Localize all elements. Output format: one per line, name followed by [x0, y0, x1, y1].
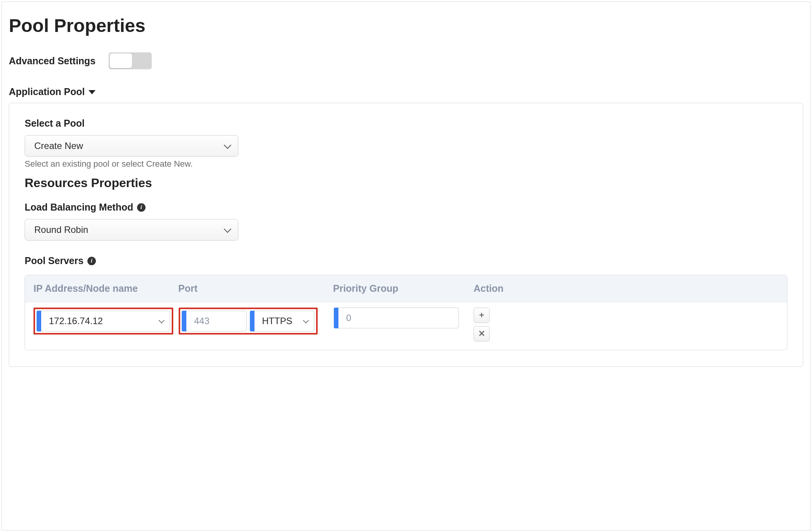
pool-servers-label-text: Pool Servers [25, 255, 84, 266]
priority-group-field[interactable]: 0 [334, 308, 459, 328]
select-pool-label-text: Select a Pool [25, 118, 85, 129]
chevron-down-icon [224, 141, 231, 149]
select-pool-help: Select an existing pool or select Create… [25, 159, 787, 169]
accent-bar [182, 311, 186, 331]
table-row: 172.16.74.12 443 [25, 302, 787, 350]
advanced-settings-label: Advanced Settings [9, 55, 95, 67]
port-number-field[interactable]: 443 [182, 311, 247, 331]
page-title: Pool Properties [9, 15, 803, 36]
lb-method-label-text: Load Balancing Method [25, 202, 133, 213]
ip-address-field[interactable]: 172.16.74.12 [37, 311, 170, 331]
lb-method-value: Round Robin [34, 224, 88, 235]
port-name-dropdown[interactable]: HTTPS [250, 311, 315, 331]
chevron-down-icon [224, 225, 231, 233]
highlight-box-port: 443 HTTPS [179, 308, 318, 335]
chevron-down-icon [159, 318, 165, 324]
plus-icon: + [479, 310, 484, 320]
advanced-settings-row: Advanced Settings [9, 52, 803, 69]
highlight-box-ip: 172.16.74.12 [33, 308, 173, 335]
accent-bar [37, 311, 41, 331]
col-header-port: Port [178, 283, 333, 294]
pool-properties-panel: Pool Properties Advanced Settings Applic… [2, 2, 810, 530]
action-cell: + ✕ [474, 308, 490, 341]
pool-servers-label: Pool Servers i [25, 255, 787, 266]
select-pool-dropdown[interactable]: Create New [25, 135, 238, 157]
info-icon[interactable]: i [137, 203, 146, 212]
application-pool-header[interactable]: Application Pool [9, 86, 803, 97]
advanced-settings-toggle[interactable] [109, 52, 152, 69]
col-header-priority: Priority Group [333, 283, 474, 294]
accent-bar [334, 308, 338, 328]
col-header-ip: IP Address/Node name [33, 283, 178, 294]
col-header-action: Action [474, 283, 504, 294]
toggle-thumb [110, 54, 132, 68]
application-pool-body: Select a Pool Create New Select an exist… [9, 103, 803, 367]
remove-row-button[interactable]: ✕ [474, 326, 490, 341]
accent-bar [250, 311, 254, 331]
chevron-down-icon [303, 318, 309, 324]
lb-method-label: Load Balancing Method i [25, 202, 787, 213]
select-pool-label: Select a Pool [25, 118, 787, 129]
resources-properties-heading: Resources Properties [25, 176, 787, 190]
port-name-value: HTTPS [262, 316, 293, 326]
application-pool-title: Application Pool [9, 86, 85, 97]
pool-servers-table: IP Address/Node name Port Priority Group… [25, 275, 787, 350]
select-pool-value: Create New [34, 141, 83, 151]
priority-group-cell: 0 [334, 308, 459, 328]
add-row-button[interactable]: + [474, 308, 490, 323]
info-icon[interactable]: i [87, 257, 96, 265]
lb-method-dropdown[interactable]: Round Robin [25, 219, 238, 241]
port-number-value: 443 [194, 316, 209, 326]
caret-down-icon [89, 90, 95, 94]
table-header: IP Address/Node name Port Priority Group… [25, 275, 787, 302]
priority-group-value: 0 [346, 313, 351, 323]
x-icon: ✕ [478, 329, 485, 339]
ip-address-value: 172.16.74.12 [49, 316, 103, 326]
